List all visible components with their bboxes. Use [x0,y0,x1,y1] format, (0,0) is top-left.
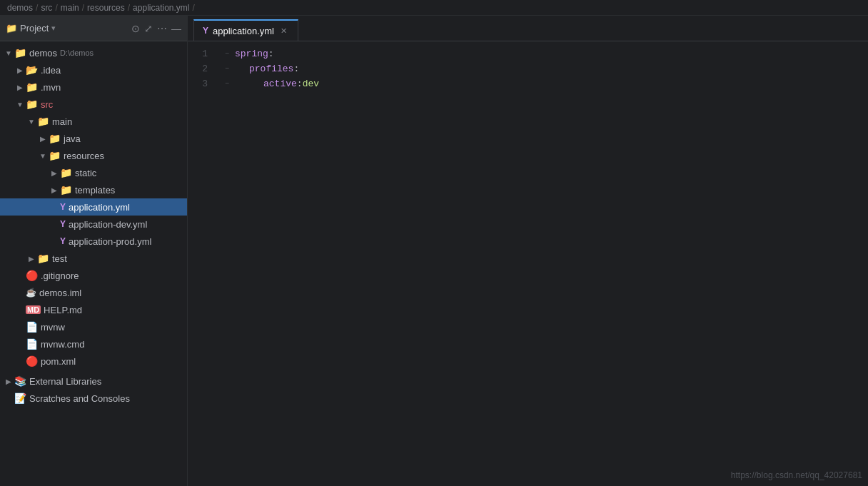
tree-item-application-prod-yml[interactable]: Y application-prod.yml [0,233,187,250]
yml-icon: Y [60,202,66,212]
tree-item-test[interactable]: ▶ 📁 test [0,250,187,267]
editor-wrapper: Y application.yml ✕ 1 2 3 − spri [188,16,868,486]
tree-item-scratches[interactable]: 📝 Scratches and Consoles [0,390,187,407]
tree-label-templates: templates [75,185,115,196]
fold-3[interactable]: − [222,79,232,90]
code-line-2: − profiles: [222,62,868,77]
tree-label-java: java [64,133,81,144]
arrow-idea: ▶ [14,66,26,74]
breadcrumb-item[interactable]: resources [87,3,125,13]
tree-label-ext-lib: External Libraries [29,376,101,387]
breadcrumb-item[interactable]: main [61,3,79,13]
editor-content[interactable]: 1 2 3 − spring: − profiles: [188,41,868,486]
tab-yml-icon: Y [203,26,208,36]
iml-icon: ☕ [26,288,36,298]
tree-item-application-yml[interactable]: Y application.yml [0,198,187,216]
minimize-icon[interactable]: — [171,23,181,34]
more-icon[interactable]: ⋯ [157,23,167,34]
tree-item-mvn[interactable]: ▶ 📁 .mvn [0,79,187,96]
fold-1[interactable]: − [222,49,232,60]
arrow-resources: ▼ [37,152,49,160]
tree-label-iml: demos.iml [39,288,81,298]
tab-label: application.yml [213,26,274,36]
target-icon[interactable]: ⊙ [131,23,140,34]
tab-application-yml[interactable]: Y application.yml ✕ [193,19,298,41]
code-content[interactable]: − spring: − profiles: − active: [216,41,868,486]
folder-icon: 📁 [14,47,26,59]
arrow-java: ▶ [37,135,49,143]
scratches-icon: 📝 [14,393,26,404]
yaml-key-spring: spring [235,47,268,62]
yml-dev-icon: Y [60,219,66,229]
tree-item-src[interactable]: ▼ 📁 src [0,96,187,113]
yaml-colon-3: : [297,77,303,92]
tree-label-mvn: .mvn [41,82,61,93]
tree-label-dev-yml: application-dev.yml [69,219,147,230]
breadcrumb-bar: demos / src / main / resources / applica… [0,0,868,16]
breadcrumb-item[interactable]: demos [7,3,33,13]
yaml-value-dev: dev [303,77,319,92]
tab-bar: Y application.yml ✕ [188,16,868,41]
yaml-colon-2: : [293,62,299,77]
folder-templates-icon: 📁 [60,184,72,196]
tree-item-java[interactable]: ▶ 📁 java [0,130,187,147]
breadcrumb-sep: / [192,3,194,13]
pom-icon: 🔴 [26,355,38,367]
watermark: https://blog.csdn.net/qq_42027681 [731,470,862,480]
md-icon: MD [26,305,41,314]
tree-item-mvnw-cmd[interactable]: 📄 mvnw.cmd [0,335,187,353]
tree-label-application-yml: application.yml [69,202,130,213]
fold-2[interactable]: − [222,64,232,75]
tree-item-help-md[interactable]: MD HELP.md [0,301,187,318]
arrow-src: ▼ [14,101,26,108]
tree-label-demos: demos [29,48,57,59]
tree-item-demos-iml[interactable]: ☕ demos.iml [0,284,187,301]
dropdown-icon[interactable]: ▾ [51,24,56,33]
tree-item-external-libraries[interactable]: ▶ 📚 External Libraries [0,373,187,390]
code-line-1: − spring: [222,47,868,62]
gitignore-icon: 🔴 [26,270,38,281]
tree-item-demos[interactable]: ▼ 📁 demos D:\demos [0,44,187,61]
breadcrumb-item[interactable]: application.yml [133,3,189,13]
folder-icon: 📁 [6,23,17,34]
tree-item-idea[interactable]: ▶ 📂 .idea [0,61,187,79]
tree-item-gitignore[interactable]: 🔴 .gitignore [0,267,187,284]
arrow-demos: ▼ [3,49,14,57]
breadcrumb-sep: / [55,3,57,13]
breadcrumb-item[interactable]: src [41,3,52,13]
tree-item-mvnw[interactable]: 📄 mvnw [0,318,187,335]
project-label: Project [20,23,49,34]
breadcrumb-sep: / [82,3,84,13]
folder-static-icon: 📁 [60,167,72,178]
cmd-icon: 📄 [26,338,38,350]
file-tree: ▼ 📁 demos D:\demos ▶ 📂 .idea ▶ 📁 .mvn [0,41,187,486]
tree-label-test: test [52,253,67,264]
folder-resources-icon: 📁 [49,150,61,161]
tree-item-templates[interactable]: ▶ 📁 templates [0,181,187,198]
tree-item-main[interactable]: ▼ 📁 main [0,113,187,130]
editor-area[interactable]: 1 2 3 − spring: − profiles: [188,41,868,486]
tree-item-pom-xml[interactable]: 🔴 pom.xml [0,353,187,370]
tree-item-resources[interactable]: ▼ 📁 resources [0,147,187,164]
arrow-main: ▼ [26,118,37,126]
main-area: 📁 Project ▾ ⊙ ⤢ ⋯ — ▼ 📁 demos D:\demos [0,16,868,486]
breadcrumb-sep: / [36,3,38,13]
tree-label-static: static [75,168,96,178]
tree-item-static[interactable]: ▶ 📁 static [0,164,187,181]
arrow-mvn: ▶ [14,83,26,91]
folder-main-icon: 📁 [37,116,49,127]
arrow-static: ▶ [49,169,60,177]
project-panel-title[interactable]: 📁 Project ▾ [6,23,131,34]
folder-idea-icon: 📂 [26,64,38,76]
sidebar: 📁 Project ▾ ⊙ ⤢ ⋯ — ▼ 📁 demos D:\demos [0,16,188,486]
tab-close-button[interactable]: ✕ [278,26,289,36]
breadcrumb-sep: / [128,3,130,13]
tree-item-application-dev-yml[interactable]: Y application-dev.yml [0,216,187,233]
folder-test-icon: 📁 [37,253,49,264]
tree-path-demos: D:\demos [60,49,94,57]
tree-label-src: src [41,99,53,110]
expand-icon[interactable]: ⤢ [144,23,153,34]
folder-src-icon: 📁 [26,98,38,110]
arrow-ext-lib: ▶ [3,378,14,385]
tree-label-md: HELP.md [44,305,82,315]
